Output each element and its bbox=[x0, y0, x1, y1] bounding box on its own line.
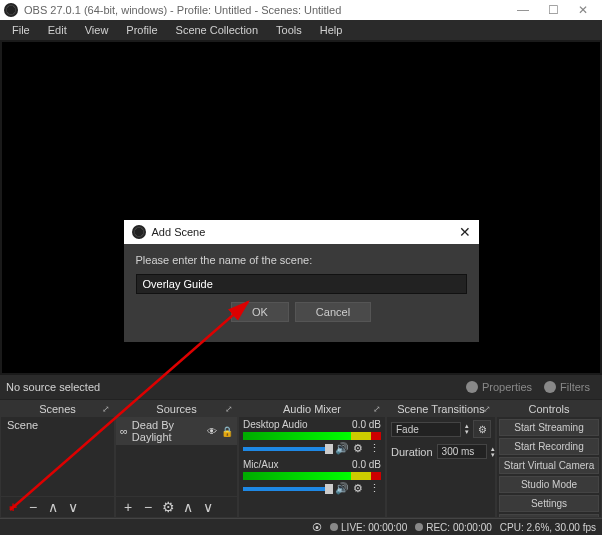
window-close-button[interactable]: ✕ bbox=[568, 0, 598, 20]
remove-source-button[interactable]: − bbox=[140, 499, 156, 515]
context-bar: No source selected Properties Filters bbox=[0, 375, 602, 400]
popout-icon[interactable]: ⤢ bbox=[373, 404, 381, 414]
source-item[interactable]: ∞ Dead By Daylight 👁 🔒 bbox=[116, 417, 237, 445]
duration-label: Duration bbox=[391, 446, 433, 458]
volume-slider[interactable] bbox=[243, 447, 333, 451]
scenes-header: Scenes⤢ bbox=[1, 401, 114, 417]
transitions-dock: Scene Transitions⤢ Fade ▴▾ ⚙ Duration ▴▾ bbox=[386, 400, 496, 518]
source-down-button[interactable]: ∨ bbox=[200, 499, 216, 515]
visibility-icon[interactable]: 👁 bbox=[207, 426, 217, 437]
window-titlebar: OBS 27.0.1 (64-bit, windows) - Profile: … bbox=[0, 0, 602, 20]
add-scene-dialog: Add Scene ✕ Please enter the name of the… bbox=[124, 220, 479, 342]
menu-scene-collection[interactable]: Scene Collection bbox=[168, 22, 267, 38]
scene-up-button[interactable]: ∧ bbox=[45, 499, 61, 515]
rec-status: REC: 00:00:00 bbox=[426, 522, 492, 533]
obs-icon bbox=[4, 3, 18, 17]
gear-icon[interactable]: ⚙ bbox=[351, 442, 365, 455]
scene-name-input[interactable] bbox=[136, 274, 467, 294]
transition-settings-button[interactable]: ⚙ bbox=[473, 420, 491, 438]
speaker-icon[interactable]: 🔊 bbox=[335, 442, 349, 455]
link-icon: ∞ bbox=[120, 425, 128, 437]
ok-button[interactable]: OK bbox=[231, 302, 289, 322]
gear-icon bbox=[466, 381, 478, 393]
add-source-button[interactable]: + bbox=[120, 499, 136, 515]
audio-channel-desktop: Desktop Audio0.0 dB 🔊⚙⋮ bbox=[239, 417, 385, 457]
scene-item[interactable]: Scene bbox=[1, 417, 114, 433]
more-icon[interactable]: ⋮ bbox=[367, 442, 381, 455]
rec-indicator bbox=[415, 523, 423, 531]
source-label: Dead By Daylight bbox=[132, 419, 203, 443]
filters-button[interactable]: Filters bbox=[538, 379, 596, 395]
source-settings-button[interactable]: ⚙ bbox=[160, 499, 176, 515]
channel-name: Mic/Aux bbox=[243, 459, 279, 470]
popout-icon[interactable]: ⤢ bbox=[225, 404, 233, 414]
controls-dock: Controls Start Streaming Start Recording… bbox=[496, 400, 602, 518]
exit-button[interactable]: Exit bbox=[499, 514, 599, 517]
menu-view[interactable]: View bbox=[77, 22, 117, 38]
source-up-button[interactable]: ∧ bbox=[180, 499, 196, 515]
dialog-header: Add Scene ✕ bbox=[124, 220, 479, 244]
studio-mode-button[interactable]: Studio Mode bbox=[499, 476, 599, 493]
settings-button[interactable]: Settings bbox=[499, 495, 599, 512]
remove-scene-button[interactable]: − bbox=[25, 499, 41, 515]
audio-meter bbox=[243, 432, 381, 440]
properties-button[interactable]: Properties bbox=[460, 379, 538, 395]
window-maximize-button[interactable]: ☐ bbox=[538, 0, 568, 20]
live-indicator bbox=[330, 523, 338, 531]
popout-icon[interactable]: ⤢ bbox=[483, 404, 491, 414]
sources-toolbar: + − ⚙ ∧ ∨ bbox=[116, 496, 237, 517]
network-icon: ⦿ bbox=[312, 522, 322, 533]
channel-db: 0.0 dB bbox=[352, 419, 381, 430]
popout-icon[interactable]: ⤢ bbox=[102, 404, 110, 414]
cpu-status: CPU: 2.6%, 30.00 fps bbox=[500, 522, 596, 533]
chevron-down-icon[interactable]: ▾ bbox=[491, 452, 495, 458]
sources-header: Sources⤢ bbox=[116, 401, 237, 417]
duration-input[interactable] bbox=[437, 444, 487, 459]
window-title: OBS 27.0.1 (64-bit, windows) - Profile: … bbox=[24, 4, 508, 16]
sources-dock: Sources⤢ ∞ Dead By Daylight 👁 🔒 + − ⚙ ∧ … bbox=[115, 400, 238, 518]
scenes-dock: Scenes⤢ Scene + − ∧ ∨ bbox=[0, 400, 115, 518]
dialog-prompt: Please enter the name of the scene: bbox=[136, 254, 467, 266]
add-scene-button[interactable]: + bbox=[5, 499, 21, 515]
no-source-label: No source selected bbox=[6, 381, 100, 393]
menubar: File Edit View Profile Scene Collection … bbox=[0, 20, 602, 40]
more-icon[interactable]: ⋮ bbox=[367, 482, 381, 495]
gear-icon[interactable]: ⚙ bbox=[351, 482, 365, 495]
controls-header: Controls bbox=[497, 401, 601, 417]
obs-icon bbox=[132, 225, 146, 239]
scene-down-button[interactable]: ∨ bbox=[65, 499, 81, 515]
dialog-title: Add Scene bbox=[152, 226, 206, 238]
mixer-header: Audio Mixer⤢ bbox=[239, 401, 385, 417]
live-status: LIVE: 00:00:00 bbox=[341, 522, 407, 533]
audio-channel-mic: Mic/Aux0.0 dB 🔊⚙⋮ bbox=[239, 457, 385, 497]
transition-select[interactable]: Fade bbox=[391, 422, 461, 437]
filter-icon bbox=[544, 381, 556, 393]
menu-edit[interactable]: Edit bbox=[40, 22, 75, 38]
speaker-icon[interactable]: 🔊 bbox=[335, 482, 349, 495]
close-icon[interactable]: ✕ bbox=[459, 224, 471, 240]
menu-file[interactable]: File bbox=[4, 22, 38, 38]
window-minimize-button[interactable]: — bbox=[508, 0, 538, 20]
start-virtual-camera-button[interactable]: Start Virtual Camera bbox=[499, 457, 599, 474]
scenes-toolbar: + − ∧ ∨ bbox=[1, 496, 114, 517]
channel-name: Desktop Audio bbox=[243, 419, 308, 430]
menu-profile[interactable]: Profile bbox=[118, 22, 165, 38]
audio-mixer-dock: Audio Mixer⤢ Desktop Audio0.0 dB 🔊⚙⋮ Mic… bbox=[238, 400, 386, 518]
menu-tools[interactable]: Tools bbox=[268, 22, 310, 38]
transitions-header: Scene Transitions⤢ bbox=[387, 401, 495, 417]
start-streaming-button[interactable]: Start Streaming bbox=[499, 419, 599, 436]
docks-row: Scenes⤢ Scene + − ∧ ∨ Sources⤢ ∞ Dead By… bbox=[0, 400, 602, 518]
audio-meter bbox=[243, 472, 381, 480]
volume-slider[interactable] bbox=[243, 487, 333, 491]
statusbar: ⦿ LIVE: 00:00:00 REC: 00:00:00 CPU: 2.6%… bbox=[0, 518, 602, 535]
lock-icon[interactable]: 🔒 bbox=[221, 426, 233, 437]
start-recording-button[interactable]: Start Recording bbox=[499, 438, 599, 455]
menu-help[interactable]: Help bbox=[312, 22, 351, 38]
chevron-down-icon[interactable]: ▾ bbox=[465, 429, 469, 435]
cancel-button[interactable]: Cancel bbox=[295, 302, 371, 322]
channel-db: 0.0 dB bbox=[352, 459, 381, 470]
